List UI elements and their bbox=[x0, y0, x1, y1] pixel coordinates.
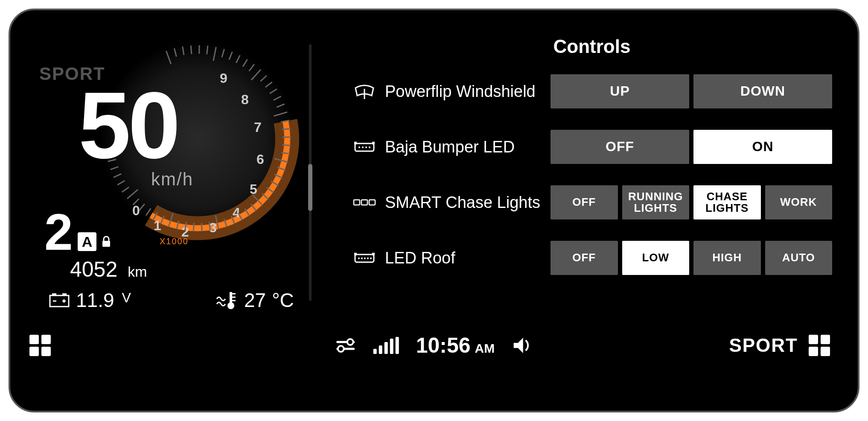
svg-point-83 bbox=[369, 146, 370, 148]
speaker-icon[interactable] bbox=[512, 336, 533, 355]
coolant-temp-icon bbox=[215, 290, 238, 310]
svg-text:9: 9 bbox=[220, 70, 227, 86]
svg-point-100 bbox=[338, 346, 344, 352]
apps-grid-button-right[interactable] bbox=[807, 333, 832, 358]
bottom-bar: 10:56 AM SPORT bbox=[27, 326, 841, 365]
temp-unit: °C bbox=[272, 289, 294, 312]
svg-point-90 bbox=[358, 257, 360, 259]
rpm-multiplier-label: X1000 bbox=[160, 237, 189, 246]
control-button-group: OFFRUNNINGLIGHTSCHASELIGHTSWORK bbox=[551, 185, 832, 219]
bottom-mode-label[interactable]: SPORT bbox=[729, 335, 798, 356]
svg-point-94 bbox=[370, 257, 372, 259]
control-button[interactable]: UP bbox=[551, 74, 689, 108]
chase-lights-icon bbox=[352, 197, 377, 208]
control-row: SMART Chase LightsOFFRUNNINGLIGHTSCHASEL… bbox=[352, 185, 832, 219]
control-button[interactable]: ON bbox=[693, 130, 832, 164]
control-button[interactable]: OFF bbox=[551, 241, 618, 275]
odometer-unit: km bbox=[128, 263, 147, 280]
windshield-icon bbox=[352, 83, 377, 100]
svg-rect-68 bbox=[52, 293, 56, 295]
clock-ampm: AM bbox=[475, 341, 495, 356]
scroll-thumb[interactable] bbox=[308, 164, 312, 211]
temp-value: 27 bbox=[244, 289, 266, 312]
clock: 10:56 AM bbox=[416, 333, 495, 358]
bumper-led-icon bbox=[352, 140, 377, 154]
svg-text:5: 5 bbox=[250, 181, 257, 197]
svg-point-80 bbox=[358, 146, 360, 148]
control-label: SMART Chase Lights bbox=[385, 193, 543, 212]
svg-line-49 bbox=[201, 223, 202, 231]
svg-rect-95 bbox=[354, 253, 357, 255]
gear-indicator: 2 bbox=[44, 202, 73, 261]
main-screen: SPORT bbox=[27, 23, 841, 322]
control-button[interactable]: OFF bbox=[551, 185, 618, 219]
roof-led-icon bbox=[352, 251, 377, 265]
svg-text:4: 4 bbox=[233, 205, 240, 220]
control-button[interactable]: LOW bbox=[622, 241, 690, 275]
control-label: Baja Bumper LED bbox=[385, 138, 543, 156]
svg-rect-73 bbox=[230, 292, 232, 303]
control-row: Powerflip WindshieldUPDOWN bbox=[352, 74, 832, 108]
coolant-temp: 27 °C bbox=[215, 289, 294, 312]
svg-rect-86 bbox=[354, 200, 360, 205]
svg-line-33 bbox=[282, 145, 291, 146]
control-row: LED RoofOFFLOWHIGHAUTO bbox=[352, 241, 832, 275]
signal-strength-icon bbox=[373, 337, 399, 354]
odometer: 4052 km bbox=[70, 257, 147, 282]
control-button[interactable]: WORK bbox=[765, 185, 833, 219]
svg-point-92 bbox=[364, 257, 366, 259]
controls-title: Controls bbox=[352, 36, 832, 57]
svg-rect-67 bbox=[50, 295, 69, 307]
svg-text:6: 6 bbox=[256, 152, 264, 167]
svg-point-98 bbox=[347, 339, 353, 345]
control-button[interactable]: CHASELIGHTS bbox=[693, 185, 761, 219]
control-row: Baja Bumper LEDOFFON bbox=[352, 130, 832, 164]
control-button[interactable]: DOWN bbox=[693, 74, 832, 108]
svg-line-31 bbox=[282, 129, 291, 129]
svg-rect-85 bbox=[372, 142, 375, 144]
svg-rect-84 bbox=[354, 142, 357, 144]
gauge-panel: SPORT bbox=[27, 23, 309, 322]
control-button-group: UPDOWN bbox=[551, 74, 832, 108]
svg-text:1: 1 bbox=[154, 218, 161, 233]
svg-rect-87 bbox=[361, 200, 367, 205]
control-label: Powerflip Windshield bbox=[385, 82, 543, 101]
speed-value: 50 bbox=[79, 79, 178, 172]
svg-rect-96 bbox=[372, 253, 375, 255]
svg-text:8: 8 bbox=[241, 92, 249, 107]
voltage-unit: V bbox=[122, 290, 131, 306]
svg-text:7: 7 bbox=[254, 120, 262, 135]
svg-line-50 bbox=[193, 223, 194, 231]
svg-rect-88 bbox=[369, 200, 375, 205]
svg-point-82 bbox=[365, 146, 367, 148]
svg-rect-79 bbox=[355, 143, 374, 151]
control-button-group: OFFLOWHIGHAUTO bbox=[551, 241, 832, 275]
svg-point-74 bbox=[227, 302, 234, 309]
gear-auto-badge: A bbox=[78, 232, 96, 251]
control-button[interactable]: AUTO bbox=[765, 241, 833, 275]
control-button-group: OFFON bbox=[551, 130, 832, 164]
svg-rect-66 bbox=[102, 241, 110, 247]
controls-panel: Controls Powerflip WindshieldUPDOWNBaja … bbox=[335, 23, 841, 322]
svg-point-93 bbox=[367, 257, 369, 259]
clock-time: 10:56 bbox=[416, 333, 471, 358]
control-button[interactable]: OFF bbox=[551, 130, 689, 164]
svg-point-81 bbox=[362, 146, 364, 148]
speed-unit: km/h bbox=[151, 169, 193, 190]
control-label: LED Roof bbox=[385, 249, 543, 267]
control-button[interactable]: RUNNINGLIGHTS bbox=[622, 185, 690, 219]
control-button[interactable]: HIGH bbox=[693, 241, 761, 275]
odometer-value: 4052 bbox=[70, 257, 117, 281]
battery-icon bbox=[49, 292, 70, 308]
apps-grid-button-left[interactable] bbox=[27, 333, 53, 358]
svg-line-14 bbox=[191, 46, 192, 54]
lock-icon bbox=[101, 236, 112, 248]
voltage-value: 11.9 bbox=[76, 289, 114, 312]
device-frame: SPORT bbox=[9, 9, 859, 412]
svg-rect-69 bbox=[62, 293, 67, 295]
svg-point-91 bbox=[361, 257, 363, 259]
battery-voltage: 11.9 V bbox=[49, 289, 131, 312]
svg-line-16 bbox=[207, 46, 208, 54]
settings-sliders-icon[interactable] bbox=[335, 337, 356, 354]
